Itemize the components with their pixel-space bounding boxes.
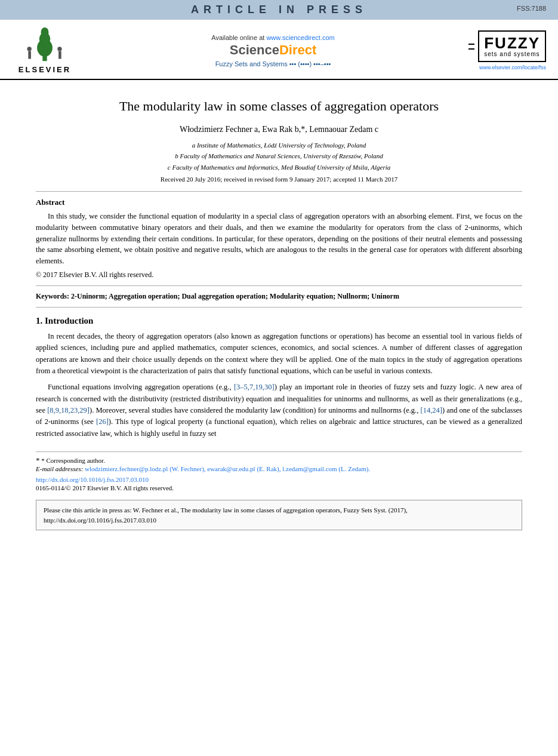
affiliations: a Institute of Mathematics, Łódź Univers… (36, 140, 522, 173)
fuzzy-big-text: FUZZY (484, 35, 540, 51)
keywords-label: Keywords: (36, 292, 69, 300)
section-1-title: 1. Introduction (36, 316, 522, 326)
footnote-area: * * Corresponding author. E-mail address… (36, 451, 522, 491)
svg-point-7 (57, 47, 61, 51)
svg-rect-6 (58, 51, 61, 59)
email-line: E-mail addresses: wlodzimierz.fechner@p.… (36, 465, 522, 472)
affiliation-c: c Faculty of Mathematics and Informatics… (36, 162, 522, 173)
svg-rect-4 (28, 51, 31, 59)
section-introduction: 1. Introduction In recent decades, the t… (36, 316, 522, 440)
journal-subtitle: Fuzzy Sets and Systems ••• (••••) •••–••… (78, 60, 468, 67)
authors-line: Włodzimierz Fechner a, Ewa Rak b,*, Lemn… (36, 125, 522, 134)
received-dates: Received 20 July 2016; received in revis… (36, 176, 522, 183)
keywords-text: 2-Uninorm; Aggregation operation; Dual a… (71, 292, 399, 300)
fss-id: FSS:7188 (517, 5, 546, 12)
fuzzy-sets-logo-box: FUZZY sets and systems www.elsevier.com/… (468, 30, 546, 70)
abstract-section: Abstract In this study, we consider the … (36, 198, 522, 279)
svg-point-3 (41, 27, 49, 38)
keywords-line: Keywords: 2-Uninorm; Aggregation operati… (36, 292, 522, 301)
doi-link[interactable]: http://dx.doi.org/10.1016/j.fss.2017.03.… (36, 476, 522, 483)
svg-point-5 (27, 47, 31, 51)
article-title: The modularity law in some classes of ag… (36, 98, 522, 115)
sciencedirect-logo: ScienceDirect (78, 42, 468, 58)
affiliation-a: a Institute of Mathematics, Łódź Univers… (36, 140, 522, 150)
divider-keywords-bottom (36, 307, 522, 308)
abstract-title: Abstract (36, 198, 522, 207)
journal-header: ELSEVIER Available online at www.science… (0, 20, 558, 80)
fuzzy-small-text: sets and systems (484, 51, 540, 57)
available-online-text: Available online at www.sciencedirect.co… (78, 34, 468, 41)
sciencedirect-url-link[interactable]: www.sciencedirect.com (266, 34, 334, 41)
article-in-press-banner: ARTICLE IN PRESS (0, 0, 558, 20)
divider-keywords-top (36, 285, 522, 286)
fuzzy-logo: FUZZY sets and systems (478, 30, 546, 62)
article-in-press-wrapper: ARTICLE IN PRESS FSS:7188 (0, 0, 558, 20)
rights-text: 0165-0114/© 2017 Elsevier B.V. All right… (36, 484, 522, 491)
intro-paragraph-2: Functional equations involving aggregati… (36, 382, 522, 440)
divider-top (36, 191, 522, 192)
citation-box: Please cite this article in press as: W.… (36, 500, 522, 530)
header-center: Available online at www.sciencedirect.co… (78, 34, 468, 67)
abstract-text: In this study, we consider the functiona… (36, 211, 522, 267)
intro-paragraph-1: In recent decades, the theory of aggrega… (36, 331, 522, 377)
elsevier-label: ELSEVIER (19, 65, 71, 74)
abstract-copyright: © 2017 Elsevier B.V. All rights reserved… (36, 271, 522, 279)
main-content: The modularity law in some classes of ag… (0, 80, 558, 536)
elsevier-logo: ELSEVIER (12, 27, 78, 74)
fuzzy-url[interactable]: www.elsevier.com/locate/fss (468, 64, 546, 70)
corresponding-author-label: * * Corresponding author. (36, 456, 522, 465)
affiliation-b: b Faculty of Mathematics and Natural Sci… (36, 151, 522, 161)
